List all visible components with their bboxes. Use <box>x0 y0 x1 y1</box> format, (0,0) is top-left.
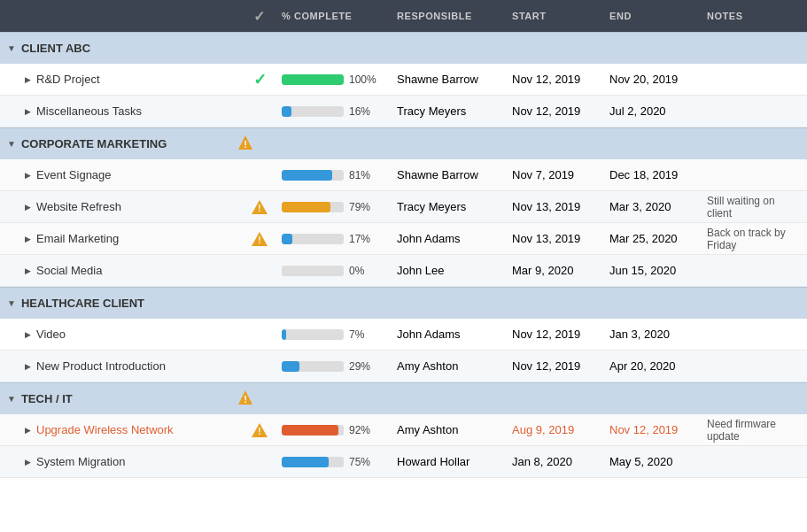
task-name-text: Website Refresh <box>36 200 121 213</box>
end-date-cell: Dec 18, 2019 <box>609 168 707 181</box>
group-name-text: CORPORATE MARKETING <box>21 137 167 150</box>
header-col-6: NOTES <box>707 11 800 21</box>
start-date-cell: Nov 7, 2019 <box>512 168 609 181</box>
end-date-cell: Jun 15, 2020 <box>609 264 707 277</box>
expand-arrow-icon[interactable]: ▶ <box>25 362 31 371</box>
warning-icon: ! <box>252 200 268 214</box>
progress-cell: 17% <box>282 233 397 245</box>
expand-arrow-icon[interactable]: ▶ <box>25 426 31 435</box>
expand-arrow-icon[interactable]: ▶ <box>25 458 31 466</box>
task-name-cell: ▶System Migration <box>7 455 237 468</box>
progress-percent-text: 16% <box>349 105 376 118</box>
progress-bar-background <box>282 329 344 340</box>
header-col-1: ✓ <box>237 8 282 25</box>
task-name-cell: ▶Upgrade Wireless Network <box>7 423 237 436</box>
progress-cell: 0% <box>282 265 397 277</box>
start-date-cell: Nov 12, 2019 <box>512 104 609 118</box>
progress-cell: 75% <box>282 456 397 468</box>
task-name-cell: ▶Website Refresh <box>7 200 237 213</box>
responsible-cell: Howard Hollar <box>397 455 512 468</box>
end-date-cell: Jan 3, 2020 <box>609 328 707 341</box>
progress-bar-background <box>282 266 344 276</box>
responsible-cell: Shawne Barrow <box>397 168 512 181</box>
task-name-cell: ▶New Product Introduction <box>7 359 237 373</box>
progress-bar-background <box>282 425 344 436</box>
svg-text:!: ! <box>258 235 260 245</box>
progress-bar-fill <box>282 202 330 212</box>
warning-icon: ! <box>252 232 268 246</box>
progress-percent-text: 75% <box>349 456 376 468</box>
check-icon: ✓ <box>253 70 267 89</box>
task-row: ▶Video7%John AdamsNov 12, 2019Jan 3, 202… <box>0 319 807 351</box>
progress-cell: 92% <box>282 424 397 436</box>
svg-text:!: ! <box>258 427 260 436</box>
progress-bar-background <box>282 106 344 117</box>
start-date-cell: Nov 12, 2019 <box>512 359 609 373</box>
task-name-text: Email Marketing <box>36 232 119 245</box>
task-row: ▶Website Refresh!79%Tracy MeyersNov 13, … <box>0 191 807 223</box>
group-row-healthcare-client[interactable]: ▼HEALTHCARE CLIENT <box>0 287 807 319</box>
task-name-text: Video <box>36 328 66 341</box>
task-row: ▶New Product Introduction29%Amy AshtonNo… <box>0 351 807 382</box>
header-col-3: RESPONSIBLE <box>397 11 512 21</box>
task-name-cell: ▶R&D Project <box>7 73 237 86</box>
progress-bar-fill <box>282 74 344 85</box>
task-name-text: R&D Project <box>36 73 100 86</box>
group-label-healthcare-client: ▼HEALTHCARE CLIENT <box>7 297 237 310</box>
progress-bar-background <box>282 361 344 372</box>
progress-cell: 79% <box>282 201 397 213</box>
task-name-cell: ▶Email Marketing <box>7 232 237 245</box>
expand-arrow-icon[interactable]: ▶ <box>25 171 31 180</box>
progress-bar-fill <box>282 106 291 117</box>
group-row-client-abc[interactable]: ▼CLIENT ABC <box>0 32 807 64</box>
group-row-corporate-marketing[interactable]: ▼CORPORATE MARKETING ! <box>0 127 807 159</box>
task-row: ▶Miscellaneous Tasks16%Tracy MeyersNov 1… <box>0 96 807 127</box>
end-date-cell: Mar 3, 2020 <box>609 200 707 213</box>
expand-arrow-icon[interactable]: ▶ <box>25 266 31 275</box>
task-name-text: Upgrade Wireless Network <box>36 423 174 436</box>
end-date-cell: Apr 20, 2020 <box>609 359 707 373</box>
task-row: ▶Social Media0%John LeeMar 9, 2020Jun 15… <box>0 255 807 287</box>
start-date-cell: Nov 12, 2019 <box>512 73 609 86</box>
progress-bar-fill <box>282 457 329 467</box>
responsible-cell: John Adams <box>397 232 512 245</box>
task-name-text: Event Signage <box>36 168 112 181</box>
group-row-tech-it[interactable]: ▼TECH / IT ! <box>0 382 807 414</box>
progress-percent-text: 79% <box>349 201 376 213</box>
task-name-cell: ▶Social Media <box>7 264 237 277</box>
header-col-2: % COMPLETE <box>282 11 397 21</box>
responsible-cell: Tracy Meyers <box>397 200 512 213</box>
expand-arrow-icon[interactable]: ▶ <box>25 330 31 339</box>
start-date-cell: Nov 13, 2019 <box>512 232 609 245</box>
group-label-client-abc: ▼CLIENT ABC <box>7 42 237 55</box>
group-name-text: TECH / IT <box>21 392 73 405</box>
collapse-arrow-icon: ▼ <box>7 394 16 404</box>
expand-arrow-icon[interactable]: ▶ <box>25 75 31 84</box>
progress-bar-fill <box>282 234 292 244</box>
start-date-cell: Mar 9, 2020 <box>512 264 609 277</box>
end-date-cell: May 5, 2020 <box>609 455 707 468</box>
group-name-text: CLIENT ABC <box>21 42 90 55</box>
progress-percent-text: 29% <box>349 360 376 373</box>
task-row: ▶Email Marketing!17%John AdamsNov 13, 20… <box>0 223 807 255</box>
task-name-cell: ▶Video <box>7 328 237 341</box>
task-name-text: Miscellaneous Tasks <box>36 104 142 118</box>
responsible-cell: John Adams <box>397 328 512 341</box>
start-date-cell: Aug 9, 2019 <box>512 423 609 436</box>
expand-arrow-icon[interactable]: ▶ <box>25 203 31 212</box>
progress-percent-text: 81% <box>349 169 376 181</box>
progress-cell: 100% <box>282 73 397 86</box>
svg-text:!: ! <box>258 204 260 213</box>
expand-arrow-icon[interactable]: ▶ <box>25 107 31 116</box>
responsible-cell: Shawne Barrow <box>397 73 512 86</box>
expand-arrow-icon[interactable]: ▶ <box>25 235 31 243</box>
progress-bar-background <box>282 170 344 181</box>
task-row: ▶R&D Project✓100%Shawne BarrowNov 12, 20… <box>0 64 807 96</box>
progress-bar-fill <box>282 329 286 340</box>
task-name-text: Social Media <box>36 264 102 277</box>
progress-percent-text: 0% <box>349 265 376 277</box>
end-date-cell: Jul 2, 2020 <box>609 104 707 118</box>
group-label-tech-it: ▼TECH / IT <box>7 392 237 405</box>
svg-text:!: ! <box>244 394 247 405</box>
notes-cell: Need firmware update <box>707 418 800 443</box>
